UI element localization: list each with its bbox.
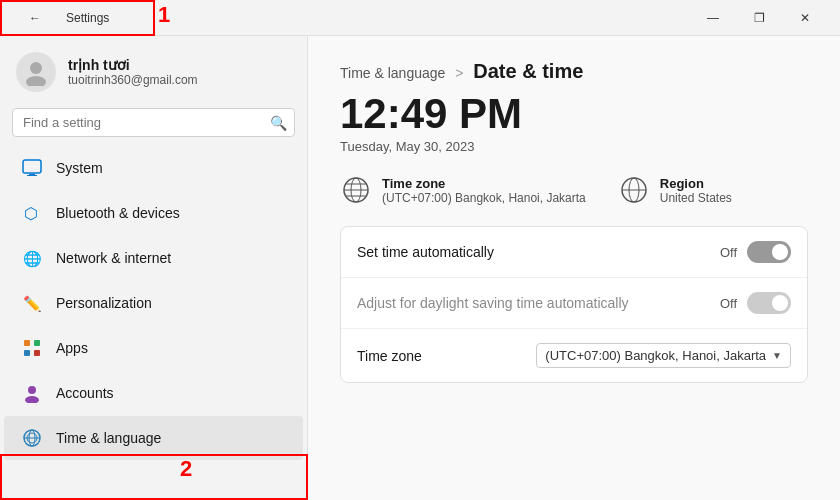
current-time: 12:49 PM	[340, 91, 808, 137]
region-globe-icon	[618, 174, 650, 206]
title-bar-buttons: — ❐ ✕	[690, 0, 828, 36]
search-icon: 🔍	[270, 115, 287, 131]
settings-card: Set time automatically Off Adjust for da…	[340, 226, 808, 383]
chevron-down-icon: ▼	[772, 350, 782, 361]
timezone-value: (UTC+07:00) Bangkok, Hanoi, Jakarta	[382, 191, 586, 205]
search-input[interactable]	[12, 108, 295, 137]
timelanguage-icon	[20, 426, 44, 450]
svg-rect-9	[34, 340, 40, 346]
timezone-info: Time zone (UTC+07:00) Bangkok, Hanoi, Ja…	[340, 174, 586, 206]
svg-point-13	[25, 396, 39, 403]
region-text: Region United States	[660, 176, 732, 205]
close-button[interactable]: ✕	[782, 0, 828, 36]
breadcrumb-current: Date & time	[473, 60, 583, 82]
svg-text:✏️: ✏️	[23, 295, 42, 313]
sidebar-item-bluetooth[interactable]: ⬡ Bluetooth & devices	[4, 191, 303, 235]
set-time-row: Set time automatically Off	[341, 227, 807, 278]
accounts-icon	[20, 381, 44, 405]
svg-point-0	[30, 62, 42, 74]
title-bar-title: Settings	[66, 11, 109, 25]
daylight-toggle-label: Off	[720, 296, 737, 311]
svg-rect-10	[24, 350, 30, 356]
daylight-label: Adjust for daylight saving time automati…	[357, 295, 629, 311]
set-time-right: Off	[720, 241, 791, 263]
sidebar-item-apps[interactable]: Apps	[4, 326, 303, 370]
sidebar-item-bluetooth-label: Bluetooth & devices	[56, 205, 180, 221]
main-content: trịnh tươi tuoitrinh360@gmail.com 🔍 Syst…	[0, 36, 840, 500]
region-info: Region United States	[618, 174, 732, 206]
timezone-text: Time zone (UTC+07:00) Bangkok, Hanoi, Ja…	[382, 176, 586, 205]
apps-icon	[20, 336, 44, 360]
svg-point-1	[26, 76, 46, 86]
title-bar: ← Settings — ❐ ✕	[0, 0, 840, 36]
set-time-toggle[interactable]	[747, 241, 791, 263]
breadcrumb-parent: Time & language	[340, 65, 445, 81]
region-value: United States	[660, 191, 732, 205]
system-icon	[20, 156, 44, 180]
bluetooth-icon: ⬡	[20, 201, 44, 225]
daylight-row: Adjust for daylight saving time automati…	[341, 278, 807, 329]
set-time-label: Set time automatically	[357, 244, 494, 260]
breadcrumb-sep: >	[455, 65, 463, 81]
sidebar-item-system-label: System	[56, 160, 103, 176]
timezone-row-label: Time zone	[357, 348, 422, 364]
timezone-label: Time zone	[382, 176, 586, 191]
svg-rect-4	[27, 175, 37, 176]
sidebar-item-apps-label: Apps	[56, 340, 88, 356]
sidebar-item-network-label: Network & internet	[56, 250, 171, 266]
user-info: trịnh tươi tuoitrinh360@gmail.com	[68, 57, 198, 87]
timezone-globe-icon	[340, 174, 372, 206]
svg-rect-2	[23, 160, 41, 173]
right-panel: Time & language > Date & time 12:49 PM T…	[308, 36, 840, 500]
sidebar-item-system[interactable]: System	[4, 146, 303, 190]
maximize-button[interactable]: ❐	[736, 0, 782, 36]
sidebar-item-timelanguage-label: Time & language	[56, 430, 161, 446]
sidebar-nav: System ⬡ Bluetooth & devices 🌐 Network &…	[0, 145, 307, 461]
daylight-right: Off	[720, 292, 791, 314]
sidebar-item-accounts[interactable]: Accounts	[4, 371, 303, 415]
title-bar-left: ← Settings	[12, 0, 109, 36]
sidebar-item-personalization-label: Personalization	[56, 295, 152, 311]
svg-point-12	[28, 386, 36, 394]
timezone-select-value: (UTC+07:00) Bangkok, Hanoi, Jakarta	[545, 348, 766, 363]
personalization-icon: ✏️	[20, 291, 44, 315]
info-row: Time zone (UTC+07:00) Bangkok, Hanoi, Ja…	[340, 174, 808, 206]
sidebar-item-personalization[interactable]: ✏️ Personalization	[4, 281, 303, 325]
region-label: Region	[660, 176, 732, 191]
svg-rect-8	[24, 340, 30, 346]
network-icon: 🌐	[20, 246, 44, 270]
sidebar: trịnh tươi tuoitrinh360@gmail.com 🔍 Syst…	[0, 36, 308, 500]
sidebar-item-network[interactable]: 🌐 Network & internet	[4, 236, 303, 280]
back-button[interactable]: ←	[12, 0, 58, 36]
sidebar-item-timelanguage[interactable]: Time & language	[4, 416, 303, 460]
avatar	[16, 52, 56, 92]
daylight-toggle[interactable]	[747, 292, 791, 314]
search-box: 🔍	[12, 108, 295, 137]
user-name: trịnh tươi	[68, 57, 198, 73]
svg-rect-11	[34, 350, 40, 356]
current-date: Tuesday, May 30, 2023	[340, 139, 808, 154]
sidebar-item-accounts-label: Accounts	[56, 385, 114, 401]
timezone-select[interactable]: (UTC+07:00) Bangkok, Hanoi, Jakarta ▼	[536, 343, 791, 368]
minimize-button[interactable]: —	[690, 0, 736, 36]
set-time-toggle-label: Off	[720, 245, 737, 260]
user-section: trịnh tươi tuoitrinh360@gmail.com	[0, 36, 307, 104]
timezone-row: Time zone (UTC+07:00) Bangkok, Hanoi, Ja…	[341, 329, 807, 382]
breadcrumb: Time & language > Date & time	[340, 60, 808, 83]
user-email: tuoitrinh360@gmail.com	[68, 73, 198, 87]
svg-text:🌐: 🌐	[23, 250, 42, 268]
svg-text:⬡: ⬡	[24, 205, 38, 222]
